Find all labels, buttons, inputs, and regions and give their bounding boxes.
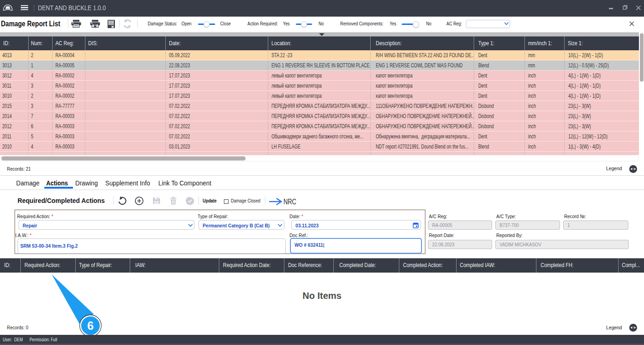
svg-text:6: 6	[87, 319, 94, 332]
